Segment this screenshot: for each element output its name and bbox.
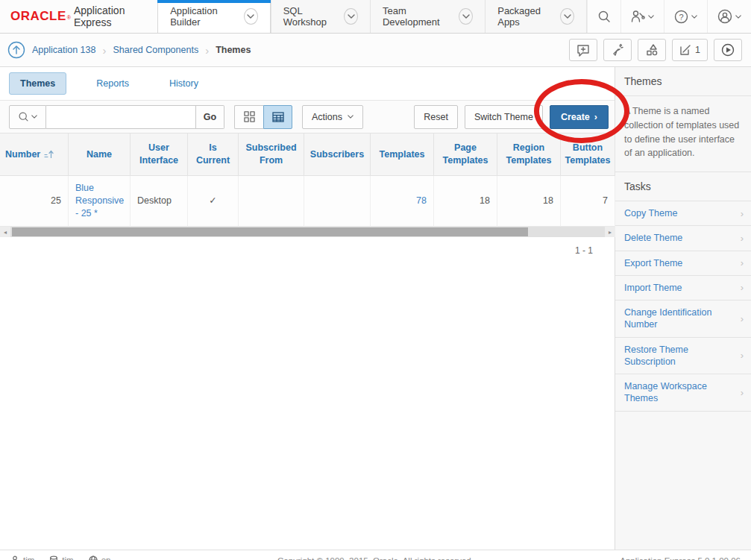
column-header-region-templates[interactable]: Region Templates — [497, 133, 561, 176]
scrollbar-thumb[interactable] — [12, 227, 528, 236]
breadcrumb-separator: › — [205, 44, 209, 57]
templates-count-link[interactable]: 78 — [416, 195, 427, 207]
top-header: ORACLE ® Application Express Application… — [0, 0, 751, 34]
edit-page-number: 1 — [695, 45, 700, 55]
top-navigation: Application Builder SQL Workshop Team De… — [157, 0, 587, 33]
chevron-right-icon: › — [594, 112, 597, 122]
tab-packaged-apps[interactable]: Packaged Apps — [485, 0, 587, 33]
theme-name-link[interactable]: Blue Responsive - 25 * — [75, 182, 124, 220]
icon-view-toggle[interactable] — [234, 105, 263, 129]
horizontal-scrollbar[interactable]: ◂ ▸ — [0, 227, 615, 237]
task-delete-theme[interactable]: Delete Theme› — [615, 226, 751, 251]
administration-icon[interactable] — [620, 0, 664, 33]
trademark-symbol: ® — [67, 15, 71, 20]
task-manage-workspace-themes[interactable]: Manage Workspace Themes› — [615, 374, 751, 412]
chevron-down-icon[interactable] — [244, 8, 258, 25]
right-sidebar: Themes A Theme is a named collection of … — [615, 67, 751, 550]
search-input[interactable] — [46, 105, 196, 129]
column-header-button-templates[interactable]: Button Templates — [561, 133, 615, 176]
table-header-row: Number Name User Interface Is Current Su… — [0, 133, 615, 176]
product-name: Application Express — [74, 4, 157, 28]
breadcrumb-shared-components[interactable]: Shared Components — [113, 45, 198, 55]
search-icon[interactable] — [587, 0, 620, 33]
tab-application-builder[interactable]: Application Builder — [157, 0, 271, 33]
cell-button-templates: 7 — [561, 176, 615, 227]
search-group: Go — [9, 105, 224, 129]
chevron-right-icon: › — [741, 313, 744, 324]
chevron-right-icon: › — [741, 208, 744, 219]
add-comment-button[interactable] — [569, 39, 597, 61]
switch-theme-button[interactable]: Switch Theme — [465, 105, 543, 129]
cell-templates: 78 — [371, 176, 434, 227]
chevron-down-icon[interactable] — [459, 8, 473, 25]
breadcrumb-bar: Application 138 › Shared Components › Th… — [0, 34, 751, 67]
tab-history[interactable]: History — [159, 73, 209, 94]
chevron-right-icon: › — [741, 350, 744, 361]
create-button[interactable]: Create› — [550, 105, 609, 129]
sort-ascending-icon — [44, 150, 54, 159]
column-header-number[interactable]: Number — [0, 133, 69, 176]
cell-user-interface: Desktop — [131, 176, 188, 227]
chevron-right-icon: › — [741, 282, 744, 293]
chevron-down-icon[interactable] — [344, 8, 358, 25]
breadcrumb-application[interactable]: Application 138 — [32, 45, 95, 55]
page-footer: tim tim en Copyright © 1999, 2015, Oracl… — [0, 550, 751, 560]
utilities-icon-button[interactable] — [603, 39, 632, 61]
sidebar-title: Themes — [615, 67, 751, 96]
cell-is-current: ✓ — [188, 176, 239, 227]
account-icon[interactable] — [707, 0, 751, 33]
oracle-logo: ORACLE — [10, 9, 66, 24]
cell-region-templates: 18 — [497, 176, 561, 227]
pagination-range: 1 - 1 — [0, 237, 615, 256]
scrollbar-track[interactable] — [10, 227, 605, 237]
column-header-subscribers[interactable]: Subscribers — [304, 133, 371, 176]
table-row: 25 Blue Responsive - 25 * Desktop ✓ 78 1… — [0, 176, 615, 227]
tasks-list: Copy Theme› Delete Theme› Export Theme› … — [615, 201, 751, 412]
run-application-button[interactable] — [714, 39, 742, 61]
report-view-toggle[interactable] — [263, 105, 292, 129]
column-header-is-current[interactable]: Is Current — [188, 133, 239, 176]
task-import-theme[interactable]: Import Theme› — [615, 276, 751, 301]
search-toolbar: Go Actions Reset Switch Theme C — [0, 100, 615, 133]
task-change-identification-number[interactable]: Change Identification Number› — [615, 301, 751, 338]
search-column-selector[interactable] — [9, 105, 46, 129]
region-tabs: Themes Reports History — [0, 67, 615, 100]
scroll-right-arrow[interactable]: ▸ — [605, 227, 615, 237]
reset-button[interactable]: Reset — [414, 105, 458, 129]
checkmark-icon: ✓ — [209, 195, 216, 207]
footer-version: Application Express 5.0.1.00.06 — [620, 556, 741, 560]
chevron-down-icon[interactable] — [560, 8, 574, 25]
tab-team-development[interactable]: Team Development — [370, 0, 485, 33]
themes-report-table: Number Name User Interface Is Current Su… — [0, 133, 615, 227]
oracle-brand: ORACLE ® Application Express — [0, 0, 157, 33]
tab-themes[interactable]: Themes — [9, 72, 66, 95]
column-header-templates[interactable]: Templates — [371, 133, 434, 176]
page-toolbar: 1 — [569, 39, 751, 61]
task-copy-theme[interactable]: Copy Theme› — [615, 201, 751, 226]
cell-name: Blue Responsive - 25 * — [69, 176, 131, 227]
scroll-left-arrow[interactable]: ◂ — [0, 227, 10, 237]
column-header-name[interactable]: Name — [69, 133, 131, 176]
edit-page-button[interactable]: 1 — [672, 39, 708, 61]
column-header-user-interface[interactable]: User Interface — [131, 133, 188, 176]
breadcrumb-current-page: Themes — [216, 45, 251, 55]
chevron-right-icon: › — [741, 387, 744, 398]
go-button[interactable]: Go — [196, 105, 224, 129]
help-icon[interactable]: ? — [664, 0, 707, 33]
task-restore-theme-subscription[interactable]: Restore Theme Subscription› — [615, 338, 751, 375]
column-header-page-templates[interactable]: Page Templates — [434, 133, 497, 176]
chevron-right-icon: › — [741, 233, 744, 244]
column-header-subscribed-from[interactable]: Subscribed From — [239, 133, 304, 176]
actions-menu-button[interactable]: Actions — [302, 105, 363, 129]
tab-sql-workshop[interactable]: SQL Workshop — [271, 0, 370, 33]
header-icon-bar: ? — [587, 0, 751, 33]
tab-reports[interactable]: Reports — [86, 73, 139, 94]
breadcrumb: Application 138 › Shared Components › Th… — [0, 41, 251, 59]
main-region: Themes Reports History Go — [0, 67, 615, 550]
task-export-theme[interactable]: Export Theme› — [615, 251, 751, 276]
chevron-right-icon: › — [741, 257, 744, 268]
shared-components-button[interactable] — [638, 39, 666, 61]
up-level-icon[interactable] — [7, 41, 25, 59]
sidebar-description: A Theme is a named collection of templat… — [615, 96, 751, 172]
cell-subscribers — [304, 176, 371, 227]
